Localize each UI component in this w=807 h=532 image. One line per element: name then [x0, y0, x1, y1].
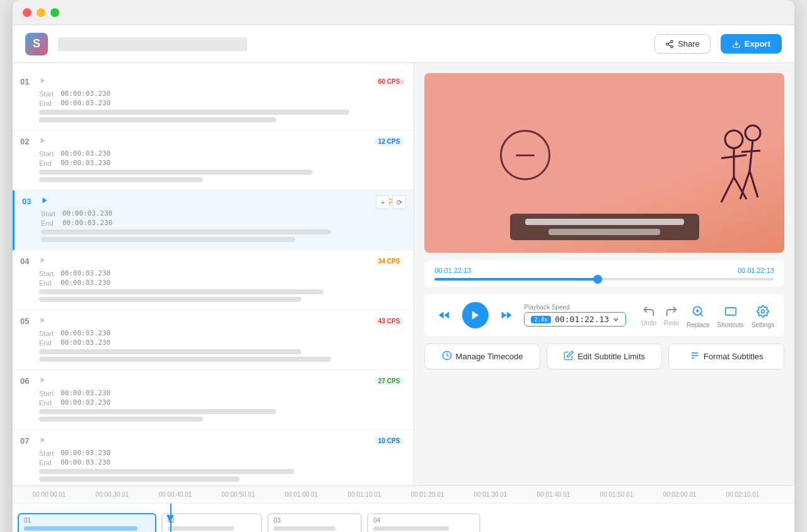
play-row-icon[interactable]: [39, 375, 47, 386]
ruler-mark: 00:01:50.01: [585, 491, 648, 498]
ruler-mark: 00:01:10.01: [333, 491, 396, 498]
start-label: Start: [39, 449, 57, 457]
redo-button[interactable]: Redo: [664, 304, 679, 327]
start-label: Start: [39, 330, 57, 337]
svg-line-22: [750, 171, 758, 197]
replace-icon: [689, 303, 707, 320]
ruler-mark: 00:01:00.01: [270, 491, 333, 498]
end-time-row: End00:00:03.230: [41, 219, 404, 227]
ruler-mark: 00:01:30.01: [459, 491, 522, 498]
subtitle-row-05[interactable]: 0543 CPSStart00:00:03.230End00:00:03.230: [13, 310, 414, 370]
subtitle-line-bar: [39, 117, 276, 122]
subtitle-lines: [39, 170, 404, 182]
playhead-line: [170, 504, 171, 532]
close-dot[interactable]: [23, 8, 32, 17]
shortcuts-button[interactable]: Shortcuts: [717, 303, 744, 328]
replace-button[interactable]: Replace: [687, 303, 710, 328]
track-block-03[interactable]: 03: [267, 513, 362, 532]
speed-value[interactable]: 2.0x 00:01:22.13: [524, 312, 626, 327]
stick-figures: [652, 120, 765, 221]
manage-timecode-button[interactable]: Manage Timecode: [424, 344, 540, 369]
play-row-icon[interactable]: [39, 435, 47, 446]
edit-subtitle-button[interactable]: Edit Subtitle Limits: [547, 344, 663, 369]
play-row-icon[interactable]: [39, 136, 47, 147]
start-value: 00:00:03.230: [61, 389, 110, 397]
minimize-dot[interactable]: [37, 8, 45, 17]
track-block-02[interactable]: 02: [161, 513, 262, 532]
end-label: End: [39, 279, 57, 287]
fast-forward-button[interactable]: [496, 305, 516, 325]
time-left: 00.01.22:13: [434, 267, 471, 274]
subtitle-line-bar: [39, 297, 301, 302]
subtitle-row-02[interactable]: 0212 CPSStart00:00:03.230End00:00:03.230: [13, 130, 414, 190]
fast-forward-icon: [499, 308, 513, 322]
close-row-button[interactable]: ×: [396, 76, 409, 88]
action-buttons-row: Manage Timecode Edit Subtitle Limits For…: [424, 344, 784, 369]
export-button[interactable]: Export: [721, 34, 782, 54]
subtitle-row-03[interactable]: + ⟳ 0332 CPSStart00:00:03.230End00:00:03…: [13, 190, 414, 250]
start-value: 00:00:03.230: [61, 329, 110, 337]
play-row-icon[interactable]: [41, 195, 49, 207]
rewind-button[interactable]: [434, 305, 455, 325]
format-subtitles-button[interactable]: Format Subtitles: [668, 344, 784, 369]
track-number: 01: [24, 517, 150, 524]
row-number: 04: [20, 257, 34, 266]
character-head: [500, 130, 550, 180]
svg-marker-8: [43, 198, 47, 204]
track-block-01[interactable]: 01: [18, 513, 156, 532]
start-label: Start: [39, 150, 57, 158]
settings-button[interactable]: Settings: [752, 303, 774, 328]
play-row-icon[interactable]: [39, 255, 47, 267]
svg-line-16: [721, 177, 734, 202]
ruler-mark: 00:00:00.01: [18, 491, 81, 498]
track-number: 04: [373, 517, 474, 524]
ruler-mark: 00:00:40.01: [144, 491, 207, 498]
end-time-row: End00:00:03.230: [39, 99, 404, 107]
end-value: 00:00:03.230: [61, 398, 110, 407]
svg-marker-7: [41, 138, 45, 144]
svg-marker-9: [41, 258, 45, 263]
row-number: 01: [20, 77, 34, 86]
subtitle-row-04[interactable]: 0434 CPSStart00:00:03.230End00:00:03.230: [13, 250, 414, 310]
subtitle-line-bar: [39, 477, 240, 482]
edit-subtitle-icon: [564, 350, 574, 362]
undo-button[interactable]: Undo: [641, 304, 656, 327]
end-value: 00:00:03.230: [61, 99, 110, 107]
start-label: Start: [39, 270, 57, 277]
subtitle-row-06[interactable]: 0627 CPSStart00:00:03.230End00:00:03.230: [13, 370, 414, 430]
timeline-ruler: 00:00:00.0100:00:30.0100:00:40.0100:00:5…: [13, 486, 794, 504]
video-scene: [424, 73, 784, 253]
sync-row-button[interactable]: ⟳: [392, 195, 406, 209]
svg-marker-12: [41, 437, 45, 443]
subtitle-lines: [39, 469, 404, 482]
subtitle-line-bar: [39, 349, 301, 354]
ruler-mark: 00:00:50.01: [207, 491, 270, 498]
timeline-section: 00:00:00.0100:00:30.0100:00:40.0100:00:5…: [13, 485, 794, 532]
share-button[interactable]: Share: [654, 34, 711, 54]
subtitle-row-01[interactable]: ×0160 CPSStart00:00:03.230End00:00:03.23…: [13, 71, 414, 130]
start-label: Start: [39, 90, 57, 98]
subtitle-line-bar: [39, 409, 276, 414]
svg-marker-10: [41, 318, 45, 323]
track-number: 03: [274, 517, 356, 524]
end-time-row: End00:00:03.230: [39, 279, 404, 287]
row-number: 05: [20, 316, 34, 326]
rewind-icon: [438, 308, 451, 322]
row-number: 03: [22, 197, 36, 206]
timeline-controls: 00.01.22:13 00.01.22:13: [424, 260, 784, 287]
play-row-icon[interactable]: [39, 76, 47, 87]
svg-line-3: [668, 44, 671, 45]
end-value: 00:00:03.230: [61, 458, 110, 466]
subtitle-row-07[interactable]: 0710 CPSStart00:00:03.230End00:00:03.230: [13, 430, 414, 485]
cps-badge: 27 CPS: [374, 377, 404, 385]
subtitle-lines: [39, 110, 404, 122]
play-row-icon[interactable]: [39, 315, 47, 327]
track-number: 02: [168, 517, 256, 524]
track-block-04[interactable]: 04: [367, 513, 480, 532]
add-row-button[interactable]: +: [376, 195, 390, 209]
maximize-dot[interactable]: [50, 8, 59, 17]
progress-bar[interactable]: [434, 278, 774, 280]
svg-marker-11: [41, 378, 45, 383]
cps-badge: 12 CPS: [374, 137, 404, 146]
play-button[interactable]: [462, 302, 489, 328]
